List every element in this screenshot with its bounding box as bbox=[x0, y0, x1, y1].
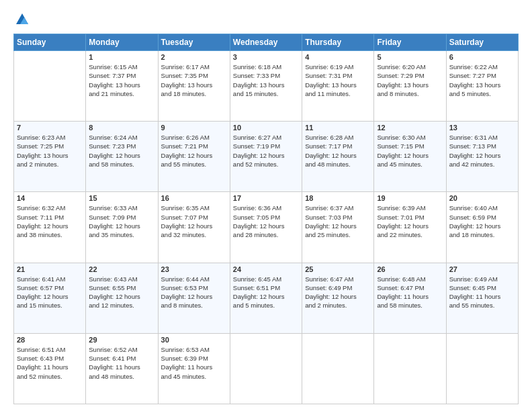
cell-line: Daylight: 11 hours bbox=[17, 363, 83, 371]
day-number: 18 bbox=[305, 194, 371, 202]
cell-line: and 52 minutes. bbox=[233, 160, 299, 169]
day-number: 15 bbox=[89, 194, 154, 202]
calendar-week-row: 28Sunrise: 6:51 AMSunset: 6:43 PMDayligh… bbox=[14, 333, 519, 404]
cell-line: and 35 minutes. bbox=[89, 230, 154, 239]
cell-line: Sunset: 6:49 PM bbox=[305, 283, 371, 292]
cell-line: Sunrise: 6:24 AM bbox=[89, 133, 154, 142]
calendar-cell: 25Sunrise: 6:47 AMSunset: 6:49 PMDayligh… bbox=[302, 263, 374, 333]
cell-line: Sunrise: 6:52 AM bbox=[89, 345, 154, 354]
cell-line: and 15 minutes. bbox=[233, 89, 299, 98]
cell-line: Daylight: 11 hours bbox=[161, 363, 227, 371]
calendar-cell: 8Sunrise: 6:24 AMSunset: 7:23 PMDaylight… bbox=[86, 122, 158, 192]
cell-line: Sunset: 7:11 PM bbox=[17, 213, 83, 222]
cell-line: Sunset: 6:55 PM bbox=[89, 283, 154, 292]
cell-line: Sunrise: 6:36 AM bbox=[233, 203, 299, 212]
cell-line: Daylight: 13 hours bbox=[377, 81, 443, 89]
header-sunday: Sunday bbox=[14, 34, 86, 51]
calendar-cell: 10Sunrise: 6:27 AMSunset: 7:19 PMDayligh… bbox=[230, 122, 302, 192]
cell-line: Sunrise: 6:51 AM bbox=[17, 345, 83, 354]
cell-line: Sunset: 7:29 PM bbox=[377, 71, 443, 80]
cell-line: Sunset: 6:39 PM bbox=[161, 354, 227, 363]
calendar-cell: 13Sunrise: 6:31 AMSunset: 7:13 PMDayligh… bbox=[446, 122, 518, 192]
calendar-cell: 21Sunrise: 6:41 AMSunset: 6:57 PMDayligh… bbox=[14, 263, 86, 333]
cell-line: Sunrise: 6:49 AM bbox=[449, 275, 515, 283]
cell-line: and 2 minutes. bbox=[305, 301, 371, 310]
calendar-cell: 20Sunrise: 6:40 AMSunset: 6:59 PMDayligh… bbox=[446, 192, 518, 263]
cell-line: Sunset: 6:45 PM bbox=[449, 283, 515, 292]
cell-line: Daylight: 12 hours bbox=[17, 222, 83, 230]
calendar-cell bbox=[446, 333, 518, 404]
cell-line: Sunrise: 6:47 AM bbox=[305, 275, 371, 283]
header bbox=[13, 12, 519, 27]
calendar-cell: 30Sunrise: 6:53 AMSunset: 6:39 PMDayligh… bbox=[158, 333, 230, 404]
cell-line: Daylight: 13 hours bbox=[233, 81, 299, 89]
cell-line: Daylight: 12 hours bbox=[89, 222, 154, 230]
day-number: 12 bbox=[377, 124, 443, 132]
day-number: 23 bbox=[161, 265, 227, 273]
day-number: 24 bbox=[233, 265, 299, 273]
cell-line: Sunset: 6:47 PM bbox=[377, 283, 443, 292]
cell-line: Sunset: 6:59 PM bbox=[449, 213, 515, 222]
header-friday: Friday bbox=[374, 34, 446, 51]
day-number: 11 bbox=[305, 124, 371, 132]
cell-line: Sunset: 6:57 PM bbox=[17, 283, 83, 292]
calendar-cell: 2Sunrise: 6:17 AMSunset: 7:35 PMDaylight… bbox=[158, 51, 230, 122]
day-number: 27 bbox=[449, 265, 515, 273]
cell-line: and 48 minutes. bbox=[305, 160, 371, 169]
calendar-cell: 7Sunrise: 6:23 AMSunset: 7:25 PMDaylight… bbox=[14, 122, 86, 192]
day-number: 28 bbox=[17, 336, 83, 344]
header-saturday: Saturday bbox=[446, 34, 518, 51]
cell-line: Sunrise: 6:35 AM bbox=[161, 203, 227, 212]
cell-line: Sunrise: 6:48 AM bbox=[377, 275, 443, 283]
day-number: 10 bbox=[233, 124, 299, 132]
day-number: 21 bbox=[17, 265, 83, 273]
header-tuesday: Tuesday bbox=[158, 34, 230, 51]
day-number: 13 bbox=[449, 124, 515, 132]
header-monday: Monday bbox=[86, 34, 158, 51]
cell-line: Daylight: 12 hours bbox=[161, 222, 227, 230]
cell-line: Sunset: 7:19 PM bbox=[233, 142, 299, 150]
day-number: 29 bbox=[89, 336, 154, 344]
header-wednesday: Wednesday bbox=[230, 34, 302, 51]
cell-line: Daylight: 12 hours bbox=[377, 151, 443, 160]
calendar-cell: 26Sunrise: 6:48 AMSunset: 6:47 PMDayligh… bbox=[374, 263, 446, 333]
cell-line: Sunrise: 6:33 AM bbox=[89, 203, 154, 212]
calendar-cell: 29Sunrise: 6:52 AMSunset: 6:41 PMDayligh… bbox=[86, 333, 158, 404]
calendar-cell bbox=[230, 333, 302, 404]
cell-line: Daylight: 13 hours bbox=[17, 151, 83, 160]
cell-line: and 12 minutes. bbox=[89, 301, 154, 310]
cell-line: Sunset: 6:43 PM bbox=[17, 354, 83, 363]
cell-line: Sunrise: 6:53 AM bbox=[161, 345, 227, 354]
page: SundayMondayTuesdayWednesdayThursdayFrid… bbox=[0, 0, 532, 411]
calendar-cell: 27Sunrise: 6:49 AMSunset: 6:45 PMDayligh… bbox=[446, 263, 518, 333]
cell-line: Sunset: 7:25 PM bbox=[17, 142, 83, 150]
calendar-cell: 18Sunrise: 6:37 AMSunset: 7:03 PMDayligh… bbox=[302, 192, 374, 263]
cell-line: Daylight: 11 hours bbox=[449, 292, 515, 301]
day-number: 6 bbox=[449, 53, 515, 61]
cell-line: Daylight: 12 hours bbox=[233, 292, 299, 301]
cell-line: Sunrise: 6:19 AM bbox=[305, 62, 371, 71]
cell-line: Sunrise: 6:22 AM bbox=[449, 62, 515, 71]
cell-line: and 48 minutes. bbox=[89, 372, 154, 381]
day-number: 4 bbox=[305, 53, 371, 61]
cell-line: and 2 minutes. bbox=[17, 160, 83, 169]
calendar-cell: 4Sunrise: 6:19 AMSunset: 7:31 PMDaylight… bbox=[302, 51, 374, 122]
calendar-cell bbox=[14, 51, 86, 122]
calendar-week-row: 7Sunrise: 6:23 AMSunset: 7:25 PMDaylight… bbox=[14, 122, 519, 192]
calendar-cell bbox=[302, 333, 374, 404]
calendar-cell: 5Sunrise: 6:20 AMSunset: 7:29 PMDaylight… bbox=[374, 51, 446, 122]
cell-line: Daylight: 12 hours bbox=[233, 151, 299, 160]
cell-line: Sunset: 7:33 PM bbox=[233, 71, 299, 80]
calendar-cell: 12Sunrise: 6:30 AMSunset: 7:15 PMDayligh… bbox=[374, 122, 446, 192]
day-number: 7 bbox=[17, 124, 83, 132]
day-number: 2 bbox=[161, 53, 227, 61]
cell-line: Sunset: 7:17 PM bbox=[305, 142, 371, 150]
cell-line: Daylight: 12 hours bbox=[161, 151, 227, 160]
cell-line: Daylight: 12 hours bbox=[377, 222, 443, 230]
cell-line: Sunset: 7:03 PM bbox=[305, 213, 371, 222]
cell-line: and 22 minutes. bbox=[377, 230, 443, 239]
cell-line: Sunset: 7:15 PM bbox=[377, 142, 443, 150]
cell-line: Daylight: 13 hours bbox=[449, 81, 515, 89]
cell-line: Daylight: 12 hours bbox=[305, 292, 371, 301]
cell-line: Sunrise: 6:41 AM bbox=[17, 275, 83, 283]
